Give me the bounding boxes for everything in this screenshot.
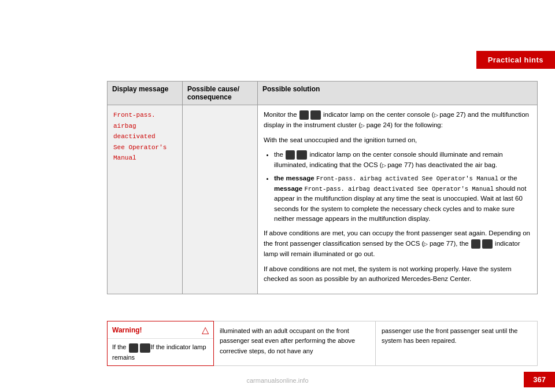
the-message-label: the message xyxy=(274,175,314,182)
bullet-item-2: the message Front-pass. airbag activated… xyxy=(274,173,531,224)
watermark: carmanualsonline.info xyxy=(246,377,308,384)
warning-body-text: If the xyxy=(112,343,128,350)
bullet-list: the indicator lamp on the center console… xyxy=(264,150,531,224)
the-message-label-2: message xyxy=(274,185,302,192)
person-icon-3 xyxy=(471,239,480,249)
col-display-header: Display message xyxy=(108,82,183,105)
icon-indicator-warn xyxy=(128,343,151,353)
page-number: 367 xyxy=(524,372,555,387)
display-message-text: Front-pass.airbagdeactivatedSee Operator… xyxy=(113,112,166,161)
bullet-item-1: the indicator lamp on the center console… xyxy=(274,150,531,170)
display-message-cell: Front-pass.airbagdeactivatedSee Operator… xyxy=(108,105,183,294)
person-icon-warn xyxy=(129,343,138,353)
cause-cell xyxy=(183,105,258,294)
icon-indicator-3 xyxy=(471,239,493,249)
icon-indicator-2 xyxy=(285,150,308,160)
solution-para4: If above conditions are not met, the sys… xyxy=(264,264,531,285)
warning-continuation: illuminated with an adult occupant on th… xyxy=(214,321,376,366)
icon-indicator-1 xyxy=(299,110,321,120)
solution-para3: If above conditions are met, you can occ… xyxy=(264,228,531,259)
page-ref-27 xyxy=(434,111,440,118)
warning-header: Warning! △ xyxy=(108,321,213,339)
solution-para2: With the seat unoccupied and the ignitio… xyxy=(264,135,531,146)
seat-icon-3 xyxy=(482,239,493,249)
solution-para1: Monitor the indicator lamp on the center… xyxy=(264,110,531,131)
col-solution-header: Possible solution xyxy=(258,82,538,105)
data-table: Display message Possible cause/ conseque… xyxy=(107,81,538,294)
warning-box: Warning! △ If the If the indicator lamp … xyxy=(107,321,214,366)
seat-icon-warn xyxy=(140,343,150,353)
page-ref-77 xyxy=(382,161,388,168)
page-ref-77b xyxy=(424,240,430,247)
col-cause-header: Possible cause/ consequence xyxy=(183,82,258,105)
message-mono-2: Front-pass. airbag deactivated See Opera… xyxy=(304,186,494,193)
warning-body: If the If the indicator lamp remains xyxy=(108,339,213,365)
seat-icon xyxy=(310,110,321,120)
person-icon xyxy=(299,110,309,120)
person-icon-2 xyxy=(286,150,295,160)
warning-title: Warning! xyxy=(112,326,142,334)
section-header: Practical hints xyxy=(476,51,555,69)
solution-cell: Monitor the indicator lamp on the center… xyxy=(258,105,538,294)
table-row: Front-pass.airbagdeactivatedSee Operator… xyxy=(108,105,538,294)
seat-icon-2 xyxy=(297,150,307,160)
warning-section: Warning! △ If the If the indicator lamp … xyxy=(107,321,538,366)
warning-end: passenger use the front passenger seat u… xyxy=(376,321,538,366)
warning-triangle-icon: △ xyxy=(202,324,209,335)
page-ref-24 xyxy=(361,121,367,128)
message-mono-1: Front-pass. airbag activated See Operato… xyxy=(316,175,498,182)
main-content: Display message Possible cause/ conseque… xyxy=(107,81,538,334)
